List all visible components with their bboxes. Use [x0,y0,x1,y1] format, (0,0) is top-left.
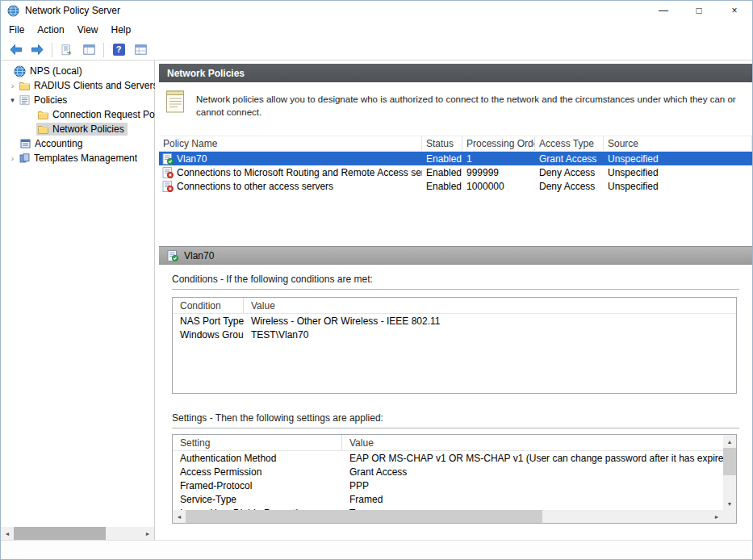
policy-access-type: Deny Access [535,167,604,178]
setting-row[interactable]: Service-Type Framed [173,492,723,506]
setting-row[interactable]: Framed-Protocol PPP [173,479,723,492]
policy-row-ms-routing[interactable]: Connections to Microsoft Routing and Rem… [159,165,752,179]
column-header-value[interactable]: Value [244,298,736,313]
settings-horizontal-scrollbar[interactable]: ◄ ► [173,510,723,523]
help-button[interactable]: ? [109,41,128,59]
policy-processing-order: 999999 [462,167,535,178]
export-list-icon [61,44,73,56]
setting-value: PPP [342,480,723,491]
settings-list: Setting Value Authentication Method EAP … [172,434,737,524]
conditions-list: Condition Value NAS Port Type Wireless -… [172,297,737,394]
policy-processing-order: 1 [462,153,535,165]
column-header-policy-name[interactable]: Policy Name [159,136,422,151]
setting-name: Framed-Protocol [173,480,342,491]
settings-vertical-scrollbar[interactable]: ▲ ▼ [723,435,736,510]
tree-item-radius-clients[interactable]: › RADIUS Clients and Servers [1,78,154,93]
properties-window-button[interactable] [131,41,150,59]
toolbar-separator [52,43,52,57]
globe-icon [14,65,26,77]
console-tree-icon [83,44,95,55]
pane-header: Network Policies [159,64,752,82]
forward-button[interactable] [27,41,47,59]
scrollbar-thumb[interactable] [14,527,106,540]
column-header-condition[interactable]: Condition [173,298,244,313]
status-strip [1,540,752,559]
column-header-setting[interactable]: Setting [173,435,342,450]
policy-detail-title: Vlan70 [184,250,214,261]
setting-value: EAP OR MS-CHAP v1 OR MS-CHAP v1 (User ca… [342,453,723,464]
minimize-button[interactable]: — [646,1,681,20]
scrollbar-track[interactable] [723,448,736,497]
menu-bar: File Action View Help [1,20,752,40]
policy-status: Enabled [422,153,462,165]
scrollbar-thumb[interactable] [186,510,542,523]
policy-row-vlan70[interactable]: Vlan70 Enabled 1 Grant Access Unspecifie… [159,152,752,165]
condition-row[interactable]: Windows Groups TEST\Vlan70 [173,328,736,341]
scroll-left-button[interactable]: ◄ [1,527,14,540]
condition-name: NAS Port Type [173,316,244,327]
back-arrow-icon [9,44,23,56]
scrollbar-track[interactable] [14,527,141,540]
scrollbar-corner [723,510,736,523]
scrollbar-thumb[interactable] [723,448,736,475]
policy-status: Enabled [422,167,462,178]
column-header-value[interactable]: Value [342,435,723,450]
setting-row[interactable]: Access Permission Grant Access [173,465,723,479]
policy-row-other-access[interactable]: Connections to other access servers Enab… [159,179,752,193]
tree-item-nps-local[interactable]: NPS (Local) [1,64,154,78]
title-bar[interactable]: Network Policy Server — □ × [1,1,752,20]
scroll-right-button[interactable]: ► [141,527,154,540]
toolbar-separator [103,43,104,57]
column-header-source[interactable]: Source [604,136,752,151]
scroll-left-button[interactable]: ◄ [173,510,186,523]
back-button[interactable] [6,41,25,59]
folder-icon [19,81,30,90]
settings-heading: Settings - Then the following settings a… [172,412,383,424]
tree-item-connection-request-policies[interactable]: Connection Request Po [1,107,154,122]
tree-item-templates-management[interactable]: › Templates Management [1,151,154,165]
tree-item-accounting[interactable]: Accounting [1,136,154,151]
conditions-heading: Conditions - If the following conditions… [172,274,373,285]
notepad-icon [165,90,186,116]
chevron-down-icon[interactable]: ▾ [7,96,18,104]
policy-deny-icon [162,167,174,178]
policy-source: Unspecified [604,153,752,165]
chevron-right-icon[interactable]: › [7,153,18,163]
tree-item-policies[interactable]: ▾ Policies [1,93,154,107]
policy-grant-icon [167,250,178,261]
condition-row[interactable]: NAS Port Type Wireless - Other OR Wirele… [173,314,736,328]
setting-name: Service-Type [173,494,342,505]
chevron-right-icon[interactable]: › [7,81,18,90]
description-area: Network policies allow you to designate … [159,82,752,136]
column-header-status[interactable]: Status [422,136,462,151]
tree-item-network-policies[interactable]: Network Policies [1,122,154,136]
setting-name: Access Permission [173,466,342,478]
tree-item-label: NPS (Local) [30,65,82,77]
tree-item-label: Templates Management [34,153,137,164]
policy-name: Connections to other access servers [177,181,333,192]
scrollbar-track[interactable] [186,510,710,523]
menu-file[interactable]: File [2,22,31,38]
menu-view[interactable]: View [71,22,105,38]
show-hide-console-tree-button[interactable] [79,41,98,59]
column-header-access-type[interactable]: Access Type [535,136,604,151]
tree-item-label: RADIUS Clients and Servers [34,80,157,91]
tree-horizontal-scrollbar[interactable]: ◄ ► [1,527,154,540]
nps-app-icon [7,5,19,17]
menu-help[interactable]: Help [105,22,138,38]
help-icon: ? [113,44,125,56]
setting-row[interactable]: Authentication Method EAP OR MS-CHAP v1 … [173,451,723,465]
results-pane: Network Policies Network policies allow … [155,61,752,540]
scroll-down-button[interactable]: ▼ [723,497,736,510]
conditions-header-row: Condition Value [173,298,736,314]
menu-action[interactable]: Action [31,22,70,38]
description-text: Network policies allow you to designate … [196,93,736,119]
scroll-right-button[interactable]: ► [710,510,723,523]
column-header-processing-order[interactable]: Processing Order [462,136,535,151]
export-list-button[interactable] [57,41,77,59]
folder-icon [38,111,48,119]
maximize-button[interactable]: □ [681,1,717,20]
policy-name: Connections to Microsoft Routing and Rem… [177,167,422,178]
scroll-up-button[interactable]: ▲ [723,435,736,448]
close-button[interactable]: × [717,1,752,20]
